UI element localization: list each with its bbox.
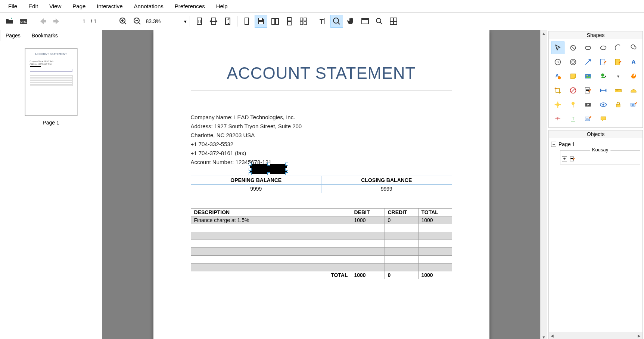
zoom-out-button[interactable] [131,15,144,28]
arrow-left-icon [38,17,47,26]
shape-text-label[interactable]: ab [581,113,595,125]
tree-collapse-icon[interactable]: − [551,142,556,147]
shape-text-color[interactable]: A [551,70,564,83]
svg-point-30 [572,61,574,64]
shape-underline[interactable]: T [566,113,580,125]
redaction-annotation[interactable] [250,164,287,174]
menu-edit[interactable]: Edit [23,1,43,11]
shape-pushpin[interactable] [566,98,580,111]
menu-page[interactable]: Page [67,1,91,11]
shape-crosshair[interactable] [551,98,564,111]
continuous-facing-button[interactable] [297,15,310,28]
shape-flame[interactable] [627,70,640,83]
shape-sticky-note[interactable] [566,70,580,83]
sticky-note-icon [569,73,577,80]
open-file-button[interactable] [3,15,16,28]
shape-lock[interactable] [612,98,625,111]
scroll-right-icon[interactable]: ▶ [636,334,643,338]
txn-header-debit: DEBIT [351,209,385,216]
svg-rect-39 [601,77,605,78]
zoom-in-button[interactable] [117,15,130,28]
text-label-icon: ab [584,115,592,123]
open-url-button[interactable]: URL [17,15,30,28]
fit-page-button[interactable] [193,15,206,28]
menu-view[interactable]: View [44,1,66,11]
shape-note-edit[interactable] [597,56,610,68]
tree-group-label: Kousay [590,147,610,152]
folder-icon [5,17,14,26]
shape-crop[interactable] [551,84,564,97]
shape-ruler[interactable] [612,84,625,97]
scroll-down-icon[interactable]: ▼ [541,334,547,339]
shape-comment[interactable] [597,113,610,125]
fit-width-icon [209,17,218,26]
shape-pointer[interactable] [551,41,564,54]
tree-item-row[interactable]: + [562,155,638,163]
page-total-label: / 1 [88,18,99,24]
continuous-button[interactable] [283,15,296,28]
target-icon [569,58,577,66]
continuous-facing-icon [299,17,308,26]
menu-annotations[interactable]: Annotations [129,1,169,11]
two-page-button[interactable] [269,15,281,28]
svg-rect-12 [287,18,291,21]
txn-debit: 1000 [351,216,385,224]
objects-hscroll[interactable]: ◀ ▶ [549,332,643,339]
txn-row-empty [191,232,452,240]
menu-file[interactable]: File [3,1,22,11]
next-page-button[interactable] [50,15,63,28]
shape-video[interactable] [581,98,595,111]
marquee-zoom-button[interactable] [330,15,343,28]
snapshot-button[interactable] [359,15,371,28]
svg-text:S: S [557,60,559,64]
shape-image[interactable] [581,70,595,83]
shape-s-curve[interactable]: S [551,56,564,68]
menu-help[interactable]: Help [211,1,233,11]
shape-dimension[interactable] [597,84,610,97]
shape-target[interactable] [566,56,580,68]
shape-eye[interactable] [597,98,610,111]
page-number-input[interactable] [65,18,87,25]
zoom-dropdown-icon[interactable]: ▾ [184,19,187,24]
shape-rounded-rect[interactable] [581,41,595,54]
save-button[interactable] [255,15,267,28]
find-button[interactable] [373,15,386,28]
scroll-up-icon[interactable]: ▲ [541,30,547,37]
tab-pages[interactable]: Pages [0,30,26,41]
menu-preferences[interactable]: Preferences [169,1,210,11]
shape-circle-slash[interactable] [566,41,580,54]
redact-icon [569,156,575,162]
page-thumbnail[interactable]: ACCOUNT STATEMENT Company Name: LEAD Tec… [25,49,77,116]
svg-rect-25 [585,46,590,49]
shape-strikethrough[interactable]: T [551,113,564,125]
zoom-combo[interactable] [145,18,183,25]
single-page-button[interactable] [240,15,253,28]
scroll-left-icon[interactable]: ◀ [549,334,556,338]
tree-expand-icon[interactable]: + [562,156,567,161]
fit-height-button[interactable] [221,15,234,28]
shape-spiral[interactable] [627,41,640,54]
shape-highlight[interactable] [612,56,625,68]
shape-stamp-dropdown[interactable]: ▼ [612,70,625,83]
pan-button[interactable] [345,15,357,28]
shape-arrow[interactable] [581,56,595,68]
shape-redact[interactable] [581,84,595,97]
shape-arc[interactable] [612,41,625,54]
objects-panel-title: Objects [549,130,643,138]
shape-stamp[interactable] [597,70,610,83]
shape-label[interactable]: ab [627,98,640,111]
document-scroll[interactable]: ACCOUNT STATEMENT Company Name: LEAD Tec… [102,30,540,339]
grid-button[interactable] [387,15,400,28]
tab-bookmarks[interactable]: Bookmarks [26,30,63,41]
prev-page-button[interactable] [36,15,49,28]
svg-rect-21 [362,19,368,20]
menu-interactive[interactable]: Interactive [91,1,128,11]
vertical-scrollbar[interactable]: ▲ ▼ [540,30,547,339]
shape-no-entry[interactable] [566,84,580,97]
shape-ellipse[interactable] [597,41,610,54]
shape-text[interactable]: A [627,56,640,68]
text-select-button[interactable]: T [316,15,329,28]
fit-width-button[interactable] [207,15,220,28]
shape-protractor[interactable] [627,84,640,97]
left-tabs: Pages Bookmarks [0,30,102,41]
